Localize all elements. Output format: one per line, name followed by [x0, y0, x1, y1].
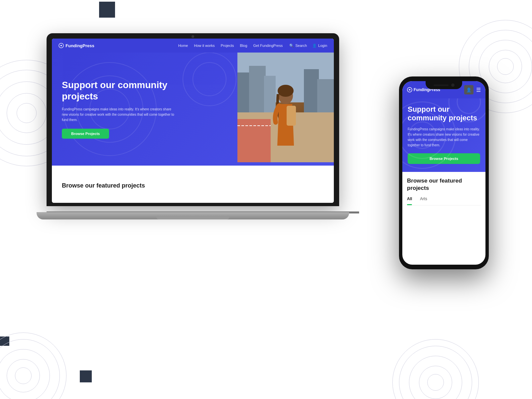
- laptop-hero-title: Support our community projects: [62, 79, 175, 102]
- laptop-hero: Support our community projects FundingPr…: [52, 53, 334, 166]
- phone-hero-pattern: [402, 98, 485, 172]
- phone-user-button[interactable]: 👤: [464, 85, 473, 94]
- circles-bottom-left: [0, 332, 66, 399]
- laptop-hero-image: [237, 53, 334, 162]
- decorative-square-1: [99, 2, 115, 18]
- laptop-login[interactable]: 👤 Login: [312, 44, 327, 48]
- decorative-square-3: [0, 336, 9, 346]
- city-svg: [237, 53, 334, 162]
- nav-link-projects[interactable]: Projects: [221, 44, 234, 48]
- laptop-base: [37, 212, 349, 219]
- svg-point-22: [409, 122, 436, 148]
- svg-rect-10: [264, 76, 276, 112]
- phone-featured-section: Browse our featured projects All Arts: [402, 172, 485, 211]
- svg-rect-8: [237, 72, 251, 112]
- laptop-search[interactable]: 🔍 Search: [289, 44, 307, 48]
- svg-point-16: [278, 85, 294, 97]
- svg-point-24: [457, 98, 480, 113]
- phone-front-camera: [451, 83, 455, 87]
- laptop-nav: FundingPress Home How it works Projects …: [52, 39, 334, 53]
- phone-hero: Support our community projects FundingPr…: [402, 98, 485, 172]
- laptop-hero-description: FundingPress campaigns make ideas into r…: [62, 107, 175, 123]
- phone-category-tabs: All Arts: [407, 197, 481, 205]
- phone-menu-button[interactable]: ☰: [476, 87, 481, 93]
- phone-notch: [426, 81, 462, 89]
- circles-bottom-right: [392, 339, 479, 399]
- search-icon: 🔍: [289, 44, 294, 48]
- svg-rect-9: [249, 66, 266, 112]
- laptop-device: FundingPress Home How it works Projects …: [47, 33, 339, 239]
- login-label: Login: [318, 44, 327, 48]
- phone-speaker: [434, 84, 449, 86]
- phone-device: FundingPress 👤 ☰: [399, 76, 489, 273]
- nav-link-home[interactable]: Home: [178, 44, 188, 48]
- nav-link-get[interactable]: Get FundingPress: [253, 44, 283, 48]
- laptop-logo-text: FundingPress: [66, 43, 94, 48]
- phone-tab-arts[interactable]: Arts: [420, 197, 427, 202]
- svg-point-1: [61, 45, 62, 46]
- svg-point-6: [193, 63, 226, 96]
- laptop-nav-links: Home How it works Projects Blog Get Fund…: [178, 44, 283, 48]
- phone-body: FundingPress 👤 ☰: [399, 76, 489, 269]
- laptop-bezel: FundingPress Home How it works Projects …: [47, 33, 339, 206]
- svg-rect-11: [304, 69, 319, 112]
- search-label: Search: [295, 44, 307, 48]
- svg-rect-12: [317, 79, 334, 112]
- user-icon: 👤: [312, 44, 317, 48]
- laptop-screen: FundingPress Home How it works Projects …: [52, 39, 334, 203]
- hamburger-icon: ☰: [476, 87, 481, 93]
- phone-featured-title: Browse our featured projects: [407, 177, 481, 192]
- phone-logo-icon: [407, 87, 412, 92]
- phone-nav-icons: 👤 ☰: [464, 85, 481, 94]
- logo-icon: [59, 43, 64, 48]
- laptop-hero-text: Support our community projects FundingPr…: [62, 79, 175, 138]
- svg-point-20: [402, 102, 456, 168]
- laptop-camera: [192, 35, 194, 38]
- svg-point-5: [183, 53, 236, 106]
- svg-point-19: [409, 89, 410, 90]
- phone-screen: FundingPress 👤 ☰: [402, 81, 485, 265]
- svg-rect-17: [287, 106, 296, 126]
- user-icon: 👤: [466, 87, 471, 92]
- laptop-logo: FundingPress: [59, 43, 94, 48]
- laptop-browse-projects-button[interactable]: Browse Projects: [62, 129, 109, 139]
- laptop-featured-section: Browse our featured projects: [52, 166, 334, 203]
- laptop-body: FundingPress Home How it works Projects …: [47, 33, 339, 219]
- nav-link-howitworks[interactable]: How it works: [194, 44, 214, 48]
- nav-link-blog[interactable]: Blog: [240, 44, 247, 48]
- laptop-featured-title: Browse our featured projects: [62, 182, 145, 189]
- decorative-square-4: [80, 370, 92, 382]
- phone-tab-all[interactable]: All: [407, 197, 412, 202]
